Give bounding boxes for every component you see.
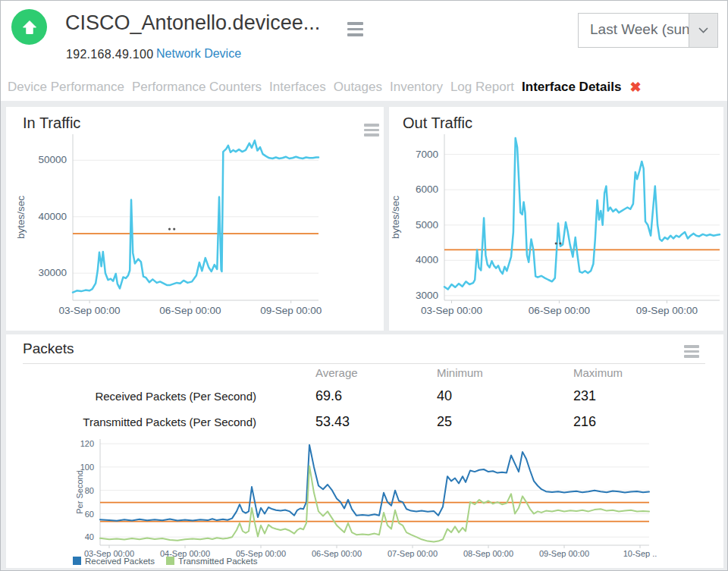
legend-label-received: Received Packets [85, 557, 155, 566]
out-traffic-widget: Out Traffic 3000400050006000700003-Sep 0… [389, 107, 723, 331]
svg-text:06-Sep 00:00: 06-Sep 00:00 [159, 305, 221, 316]
svg-text:09-Sep 00:00: 09-Sep 00:00 [539, 549, 589, 558]
svg-text:08-Sep 00:00: 08-Sep 00:00 [463, 549, 513, 558]
packets-legend: Received Packets Transmitted Packets [73, 557, 257, 566]
svg-text:40000: 40000 [38, 211, 67, 222]
packets-title: Packets [23, 340, 74, 357]
legend-item-received: Received Packets [73, 557, 155, 566]
device-header: CISCO_Antonello.devicee... 192.168.49.10… [1, 1, 727, 73]
svg-text:5000: 5000 [416, 219, 438, 231]
device-tabs: Device Performance Performance Counters … [1, 73, 727, 101]
device-status-up-icon [11, 9, 47, 45]
svg-text:03-Sep 00:00: 03-Sep 00:00 [59, 305, 121, 316]
transmitted-swatch-icon [166, 557, 174, 565]
svg-text:6000: 6000 [416, 184, 438, 195]
tab-log-report[interactable]: Log Report [450, 80, 514, 95]
received-average: 69.6 [315, 388, 342, 404]
svg-text:09-Sep 00:00: 09-Sep 00:00 [636, 305, 698, 316]
time-range-value: Last Week (sun [579, 14, 689, 47]
device-ip-address: 192.168.49.100 [66, 48, 153, 61]
tab-outages[interactable]: Outages [334, 80, 382, 95]
col-header-average: Average [315, 366, 358, 379]
in-traffic-chart[interactable]: 30000400005000003-Sep 00:0006-Sep 00:000… [6, 130, 384, 324]
device-title: CISCO_Antonello.devicee... [65, 11, 320, 35]
device-snapshot-page: CISCO_Antonello.devicee... 192.168.49.10… [0, 0, 728, 571]
transmitted-minimum: 25 [437, 414, 452, 430]
svg-text:10-Sep ..: 10-Sep .. [623, 549, 657, 558]
transmitted-average: 53.43 [315, 414, 350, 430]
svg-text:4000: 4000 [416, 254, 438, 265]
svg-text:120: 120 [80, 439, 94, 448]
tab-performance-counters[interactable]: Performance Counters [132, 80, 262, 95]
transmitted-maximum: 216 [573, 414, 596, 430]
dashboard-area: In Traffic 30000400005000003-Sep 00:0006… [1, 101, 727, 570]
svg-text:60: 60 [85, 510, 94, 519]
svg-text:07-Sep 00:00: 07-Sep 00:00 [388, 549, 438, 558]
svg-text:50000: 50000 [38, 154, 67, 165]
up-arrow-icon [20, 18, 39, 36]
time-range-select[interactable]: Last Week (sun [578, 13, 718, 48]
svg-text:40: 40 [85, 532, 94, 541]
svg-text:100: 100 [80, 463, 94, 472]
svg-text:7000: 7000 [416, 149, 438, 160]
svg-text:Per Second: Per Second [75, 470, 84, 513]
col-header-minimum: Minimum [437, 366, 483, 379]
svg-text:06-Sep 00:00: 06-Sep 00:00 [312, 549, 362, 558]
device-menu-icon[interactable] [347, 22, 363, 39]
svg-text:30000: 30000 [38, 267, 67, 278]
received-swatch-icon [73, 557, 81, 565]
svg-text:03-Sep 00:00: 03-Sep 00:00 [421, 305, 482, 316]
out-traffic-chart[interactable]: 3000400050006000700003-Sep 00:0006-Sep 0… [389, 130, 723, 324]
packets-widget: Packets Average Minimum Maximum Received… [6, 334, 723, 568]
tab-inventory[interactable]: Inventory [390, 80, 443, 95]
chevron-down-icon[interactable] [689, 14, 717, 47]
legend-label-transmitted: Transmitted Packets [178, 557, 257, 566]
packets-chart[interactable]: 40608010012003-Sep 00:0004-Sep 00:0005-S… [6, 431, 723, 566]
legend-item-transmitted: Transmitted Packets [166, 557, 257, 566]
svg-text:80: 80 [85, 486, 94, 495]
in-traffic-widget: In Traffic 30000400005000003-Sep 00:0006… [6, 107, 384, 331]
svg-text:bytes/sec: bytes/sec [15, 196, 27, 239]
received-minimum: 40 [437, 388, 452, 404]
tab-interface-details[interactable]: Interface Details [522, 80, 621, 95]
tab-interfaces[interactable]: Interfaces [269, 80, 326, 95]
row-label-transmitted: Transmitted Packets (Per Second) [6, 416, 256, 428]
packets-menu-icon[interactable] [684, 345, 699, 360]
svg-text:06-Sep 00:00: 06-Sep 00:00 [529, 305, 590, 316]
row-label-received: Received Packets (Per Second) [6, 390, 256, 403]
svg-text:09-Sep 00:00: 09-Sep 00:00 [260, 305, 322, 316]
received-maximum: 231 [573, 388, 596, 404]
svg-text:bytes/sec: bytes/sec [390, 196, 401, 239]
svg-text:3000: 3000 [416, 290, 438, 301]
tab-device-performance[interactable]: Device Performance [8, 80, 124, 95]
close-icon[interactable]: ✖ [629, 79, 641, 96]
divider [23, 363, 705, 364]
col-header-maximum: Maximum [573, 366, 623, 379]
device-type-link[interactable]: Network Device [156, 47, 241, 61]
